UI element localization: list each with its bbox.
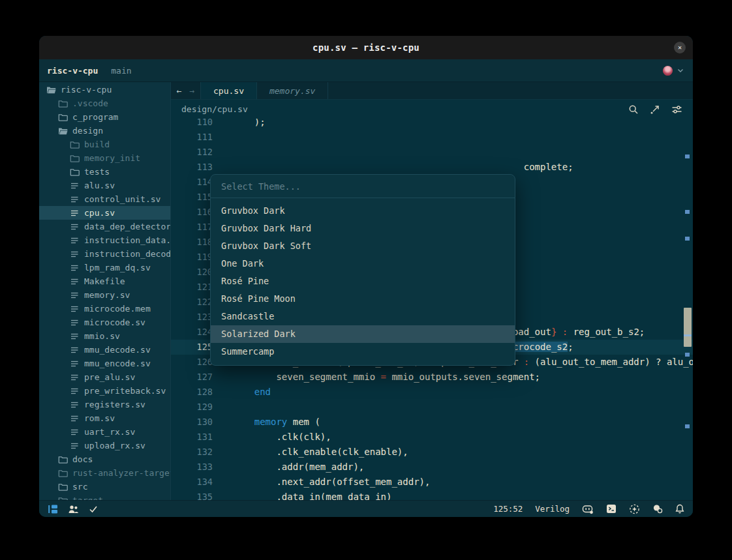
line-number: 132 xyxy=(171,445,213,460)
sidebar-item-tests[interactable]: tests xyxy=(39,165,170,179)
git-branch-button[interactable]: main xyxy=(111,66,131,76)
sidebar-item-microcode-sv[interactable]: microcode.sv xyxy=(39,316,170,329)
file-icon xyxy=(70,318,80,327)
nav-back-button[interactable]: ← xyxy=(177,86,182,96)
sidebar-item-docs[interactable]: docs xyxy=(39,452,170,466)
collab-panel-button[interactable] xyxy=(68,505,79,514)
sidebar-item-upload-rx-sv[interactable]: upload_rx.sv xyxy=(39,439,170,452)
notifications-button[interactable] xyxy=(675,504,684,514)
sidebar-item-lpm-ram-dq-sv[interactable]: lpm_ram_dq.sv xyxy=(39,261,170,274)
project-panel-icon xyxy=(48,505,58,514)
code-line-111[interactable]: 111 xyxy=(171,130,693,145)
sidebar-item-microcode-mem[interactable]: microcode.mem xyxy=(39,302,170,316)
project-name-button[interactable]: risc-v-cpu xyxy=(47,66,98,76)
line-number: 123 xyxy=(171,310,213,325)
line-number: 125 xyxy=(171,340,213,355)
line-number: 121 xyxy=(171,280,213,295)
sidebar-item-pre-alu-sv[interactable]: pre_alu.sv xyxy=(39,370,170,384)
sidebar-item-mmu-decode-sv[interactable]: mmu_decode.sv xyxy=(39,343,170,357)
sidebar-item--vscode[interactable]: .vscode xyxy=(39,96,170,110)
sidebar-item-alu-sv[interactable]: alu.sv xyxy=(39,179,170,192)
sidebar-item-data-dep-detector-sv[interactable]: data_dep_detector.sv xyxy=(39,220,170,233)
language-selector[interactable]: Verilog xyxy=(535,504,570,514)
sidebar-item-design[interactable]: design xyxy=(39,124,170,138)
code-line-135[interactable]: 135 .data_in(mem_data_in) xyxy=(171,490,693,500)
code-line-134[interactable]: 134 .next_addr(offset_mem_addr), xyxy=(171,475,693,490)
code-line-128[interactable]: 128 end xyxy=(171,385,693,400)
file-icon xyxy=(70,250,80,259)
theme-option-ros-pine[interactable]: Rosé Pine xyxy=(211,273,515,290)
sidebar-item-label: registers.sv xyxy=(84,400,145,409)
code-line-131[interactable]: 131 .clk(clk), xyxy=(171,430,693,445)
window-close-button[interactable]: ✕ xyxy=(674,42,686,53)
sidebar-item-target[interactable]: target xyxy=(39,494,170,500)
folder-icon xyxy=(58,469,68,478)
window-title: cpu.sv — risc-v-cpu xyxy=(313,42,419,53)
sidebar-item-uart-rx-sv[interactable]: uart_rx.sv xyxy=(39,425,170,439)
sidebar-item-label: control_unit.sv xyxy=(84,194,160,204)
sidebar-item-mmu-encode-sv[interactable]: mmu_encode.sv xyxy=(39,357,170,370)
scrollbar-marker xyxy=(685,237,690,241)
file-icon xyxy=(70,346,80,355)
theme-option-gruvbox-dark[interactable]: Gruvbox Dark xyxy=(211,202,515,220)
diagnostics-summary-button[interactable] xyxy=(652,504,663,514)
sidebar-item-makefile[interactable]: Makefile xyxy=(39,274,170,288)
tab-memory-sv[interactable]: memory.sv xyxy=(257,82,328,99)
sidebar-item-c-program[interactable]: c_program xyxy=(39,110,170,124)
sidebar-item-memory-init[interactable]: memory_init xyxy=(39,151,170,165)
chevron-down-icon[interactable] xyxy=(677,68,684,73)
code-line-130[interactable]: 130 memory mem ( xyxy=(171,415,693,430)
ai-assistant-button[interactable] xyxy=(629,504,640,514)
sidebar-item-instruction-data-sv[interactable]: instruction_data.sv xyxy=(39,233,170,247)
sidebar-item-build[interactable]: build xyxy=(39,138,170,151)
project-panel-toggle-button[interactable] xyxy=(48,505,58,514)
theme-option-sandcastle[interactable]: Sandcastle xyxy=(211,308,515,325)
theme-option-gruvbox-dark-soft[interactable]: Gruvbox Dark Soft xyxy=(211,237,515,255)
search-icon[interactable] xyxy=(628,104,639,115)
window-titlebar[interactable]: cpu.sv — risc-v-cpu ✕ xyxy=(39,36,693,59)
sidebar-item-rom-sv[interactable]: rom.sv xyxy=(39,411,170,425)
copilot-button[interactable] xyxy=(582,504,594,514)
theme-option-ros-pine-moon[interactable]: Rosé Pine Moon xyxy=(211,290,515,308)
sidebar-item-rust-analyzer-target[interactable]: rust-analyzer-target xyxy=(39,466,170,480)
theme-search-input[interactable]: Select Theme... xyxy=(211,175,515,198)
theme-search-placeholder: Select Theme... xyxy=(221,181,301,192)
diagnostics-check-button[interactable] xyxy=(89,505,98,513)
sidebar-item-risc-v-cpu[interactable]: risc-v-cpu xyxy=(39,83,170,96)
theme-option-solarized-dark[interactable]: Solarized Dark xyxy=(211,325,515,343)
project-panel: risc-v-cpu.vscodec_programdesignbuildmem… xyxy=(39,82,171,500)
code-line-129[interactable]: 129 xyxy=(171,400,693,415)
sidebar-item-mmio-sv[interactable]: mmio.sv xyxy=(39,329,170,343)
scrollbar-marker xyxy=(685,424,690,428)
code-line-133[interactable]: 133 .addr(mem_addr), xyxy=(171,460,693,475)
terminal-button[interactable] xyxy=(606,504,617,514)
code-text: .next_addr(offset_mem_addr), xyxy=(232,475,430,490)
folder-icon xyxy=(58,113,68,122)
sidebar-item-pre-writeback-sv[interactable]: pre_writeback.sv xyxy=(39,384,170,398)
tab-cpu-sv[interactable]: cpu.sv xyxy=(201,82,257,99)
theme-option-one-dark[interactable]: One Dark xyxy=(211,255,515,273)
cursor-position[interactable]: 125:52 xyxy=(493,504,523,514)
user-avatar[interactable] xyxy=(663,66,673,76)
editor-controls-icon[interactable] xyxy=(671,104,682,115)
sidebar-item-cpu-sv[interactable]: cpu.sv xyxy=(39,206,170,220)
sidebar-item-registers-sv[interactable]: registers.sv xyxy=(39,398,170,411)
scrollbar-thumb[interactable] xyxy=(684,308,692,347)
inline-assist-icon[interactable] xyxy=(650,104,660,115)
sidebar-item-instruction-decoder-sv[interactable]: instruction_decoder.sv xyxy=(39,247,170,261)
breadcrumb[interactable]: design/cpu.sv xyxy=(181,104,248,114)
sidebar-item-memory-sv[interactable]: memory.sv xyxy=(39,288,170,302)
code-line-112[interactable]: 112 xyxy=(171,145,693,160)
line-number: 112 xyxy=(171,145,213,160)
line-number: 127 xyxy=(171,370,213,385)
theme-option-summercamp[interactable]: Summercamp xyxy=(211,343,515,361)
code-line-132[interactable]: 132 .clk_enable(clk_enable), xyxy=(171,445,693,460)
sidebar-item-control-unit-sv[interactable]: control_unit.sv xyxy=(39,192,170,206)
code-line-113[interactable]: 113 complete; xyxy=(171,160,693,175)
theme-option-gruvbox-dark-hard[interactable]: Gruvbox Dark Hard xyxy=(211,220,515,237)
sidebar-item-src[interactable]: src xyxy=(39,480,170,494)
nav-forward-button[interactable]: → xyxy=(190,86,195,96)
tab-bar: ← → cpu.svmemory.sv xyxy=(171,82,693,100)
code-line-110[interactable]: 110 ); xyxy=(171,119,693,130)
code-line-127[interactable]: 127 seven_segment_mmio = mmio_outputs.se… xyxy=(171,370,693,385)
